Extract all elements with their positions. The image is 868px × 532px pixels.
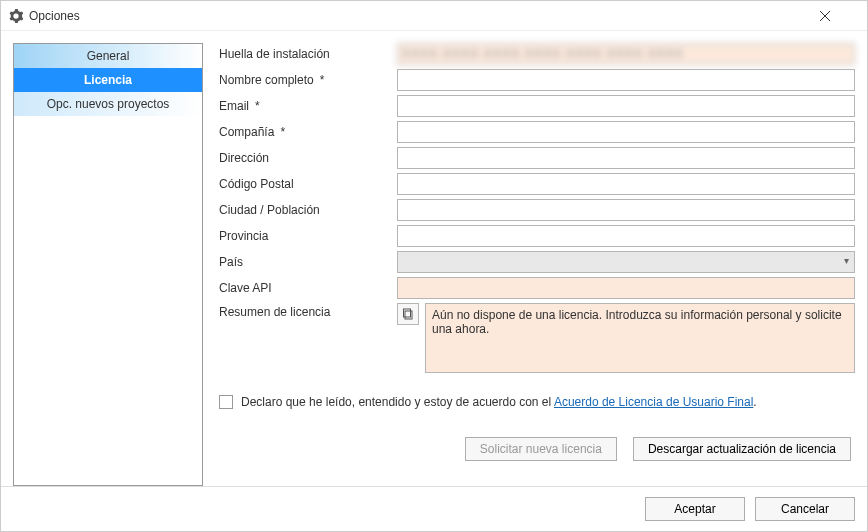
label-company: Compañía* xyxy=(219,121,389,143)
address-input[interactable] xyxy=(397,147,855,169)
sidebar-item-nuevos-proyectos[interactable]: Opc. nuevos proyectos xyxy=(14,92,202,116)
copy-summary-button[interactable] xyxy=(397,303,419,325)
download-license-update-button[interactable]: Descargar actualización de licencia xyxy=(633,437,851,461)
chevron-down-icon: ▾ xyxy=(844,255,849,266)
eula-checkbox[interactable] xyxy=(219,395,233,409)
license-actions: Solicitar nueva licencia Descargar actua… xyxy=(219,437,855,471)
label-city: Ciudad / Población xyxy=(219,199,389,221)
api-key-input[interactable] xyxy=(397,277,855,299)
company-input[interactable] xyxy=(397,121,855,143)
license-summary-text: Aún no dispone de una licencia. Introduz… xyxy=(425,303,855,373)
province-input[interactable] xyxy=(397,225,855,247)
email-input[interactable] xyxy=(397,95,855,117)
label-email: Email* xyxy=(219,95,389,117)
full-name-input[interactable] xyxy=(397,69,855,91)
accept-button[interactable]: Aceptar xyxy=(645,497,745,521)
request-license-button[interactable]: Solicitar nueva licencia xyxy=(465,437,617,461)
label-province: Provincia xyxy=(219,225,389,247)
dialog-body: General Licencia Opc. nuevos proyectos H… xyxy=(1,31,867,486)
license-summary-cell: Aún no dispone de una licencia. Introduz… xyxy=(397,303,855,373)
label-address: Dirección xyxy=(219,147,389,169)
address-field[interactable] xyxy=(397,147,855,169)
city-field[interactable] xyxy=(397,199,855,221)
options-dialog: Opciones General Licencia Opc. nuevos pr… xyxy=(0,0,868,532)
main-panel: Huella de instalación Nombre completo* E… xyxy=(219,43,855,486)
province-field[interactable] xyxy=(397,225,855,247)
sidebar-item-general[interactable]: General xyxy=(14,44,202,68)
api-key-field[interactable] xyxy=(397,277,855,299)
close-button[interactable] xyxy=(819,10,859,22)
country-field[interactable]: ▾ xyxy=(397,251,855,273)
eula-link[interactable]: Acuerdo de Licencia de Usuario Final xyxy=(554,395,753,409)
window-title: Opciones xyxy=(29,9,819,23)
country-select[interactable] xyxy=(397,251,855,273)
titlebar: Opciones xyxy=(1,1,867,31)
label-country: País xyxy=(219,251,389,273)
eula-text: Declaro que he leído, entendido y estoy … xyxy=(241,395,757,409)
installation-fingerprint-value xyxy=(397,43,855,65)
installation-fingerprint-field xyxy=(397,43,855,65)
label-installation-fingerprint: Huella de instalación xyxy=(219,43,389,65)
label-license-summary: Resumen de licencia xyxy=(219,303,389,325)
eula-row: Declaro que he leído, entendido y estoy … xyxy=(219,395,855,409)
label-postal: Código Postal xyxy=(219,173,389,195)
cancel-button[interactable]: Cancelar xyxy=(755,497,855,521)
sidebar: General Licencia Opc. nuevos proyectos xyxy=(13,43,203,486)
sidebar-item-licencia[interactable]: Licencia xyxy=(14,68,202,92)
postal-field[interactable] xyxy=(397,173,855,195)
label-api-key: Clave API xyxy=(219,277,389,299)
city-input[interactable] xyxy=(397,199,855,221)
label-full-name: Nombre completo* xyxy=(219,69,389,91)
postal-input[interactable] xyxy=(397,173,855,195)
gear-icon xyxy=(9,9,23,23)
email-field[interactable] xyxy=(397,95,855,117)
full-name-field[interactable] xyxy=(397,69,855,91)
copy-icon xyxy=(402,308,414,320)
dialog-footer: Aceptar Cancelar xyxy=(1,486,867,531)
company-field[interactable] xyxy=(397,121,855,143)
license-form: Huella de instalación Nombre completo* E… xyxy=(219,43,855,373)
